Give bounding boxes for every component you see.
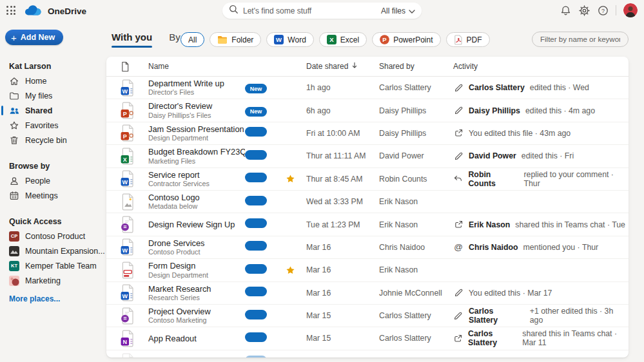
column-header-shared-by[interactable]: Shared by xyxy=(379,62,453,71)
user-avatar[interactable] xyxy=(623,3,638,17)
filter-pill-label: Excel xyxy=(340,35,359,44)
sidebar-item-favorites[interactable]: Favorites xyxy=(0,118,106,133)
sidebar-nav: Home My files Shared Favorites Recycle b… xyxy=(0,73,106,148)
table-row[interactable]: X Budget Breakdown FY23Q2 Marketing File… xyxy=(106,145,629,167)
table-row[interactable]: Form Design Design Department Mar 16 Eri… xyxy=(106,259,629,281)
word-file-icon: W xyxy=(121,170,148,187)
file-name: App Readout xyxy=(148,334,245,343)
table-row[interactable]: W Market Research Research Series Mar 16… xyxy=(106,282,629,305)
person-icon xyxy=(9,176,19,186)
new-badge: New xyxy=(245,84,267,93)
people-icon xyxy=(9,106,19,116)
filter-pill-icon: W xyxy=(274,35,284,44)
settings-gear-icon[interactable] xyxy=(578,5,590,16)
new-badge xyxy=(245,287,267,296)
word-file-icon: W xyxy=(121,284,148,301)
filter-pill-all[interactable]: All xyxy=(181,32,204,47)
table-row[interactable]: N App Readout Mar 15 Carlos Slattery Car… xyxy=(106,327,629,350)
file-name: Budget Breakdown FY23Q2 xyxy=(148,147,245,157)
svg-text:N: N xyxy=(123,339,128,345)
table-row[interactable]: Design Review Sign Up Tue at 1:23 PM Eri… xyxy=(106,213,629,236)
shared-by: Erik Nason xyxy=(379,220,453,229)
sidebar-item-meetings[interactable]: Meetings xyxy=(0,188,106,203)
sidebar-quick-access-contoso-product[interactable]: CP Contoso Product xyxy=(0,229,106,243)
add-new-button[interactable]: + Add New xyxy=(5,30,63,45)
search-scope-dropdown[interactable]: All files xyxy=(381,6,415,15)
onedrive-cloud-icon xyxy=(24,4,44,19)
sidebar-quick-access-kemper-table-team[interactable]: KT Kemper Table Team xyxy=(0,258,106,273)
shared-by: Daisy Phillips xyxy=(379,129,453,138)
badge-cell xyxy=(245,287,286,299)
file-name-cell: Market Research Research Series xyxy=(148,284,245,302)
column-header-date-shared[interactable]: Date shared xyxy=(306,62,379,71)
sidebar-item-recycle-bin[interactable]: Recycle bin xyxy=(0,133,106,148)
filter-pill-excel[interactable]: X Excel xyxy=(319,32,367,47)
onenote-file-icon: N xyxy=(121,330,148,347)
svg-text:X: X xyxy=(329,36,334,43)
filter-pill-pdf[interactable]: PDF xyxy=(446,32,490,47)
date-shared: 6h ago xyxy=(306,106,379,115)
file-name-cell: Service report Contractor Services xyxy=(148,170,245,188)
search-input[interactable] xyxy=(243,6,376,15)
table-row[interactable]: P Director's Review Daisy Phillips's Fil… xyxy=(106,99,629,122)
badge-cell xyxy=(245,356,286,357)
sort-descending-icon xyxy=(351,62,358,71)
tab-with-you[interactable]: With you xyxy=(112,32,152,48)
svg-text:W: W xyxy=(122,293,128,300)
table-row[interactable]: Contoso Logo Metadata below Wed at 3:33 … xyxy=(106,191,629,213)
browse-by-heading: Browse by xyxy=(9,162,106,171)
folder-icon xyxy=(9,91,19,101)
file-name: Project Overview xyxy=(148,307,245,316)
date-shared: Mar 15 xyxy=(306,311,379,320)
top-actions: ? xyxy=(560,3,638,17)
activity-actor: Carlos Slattery xyxy=(468,329,517,347)
table-row[interactable]: P Jam Session Presentation Design Depart… xyxy=(106,122,629,145)
sidebar-item-people[interactable]: People xyxy=(0,173,106,188)
sidebar-quick-access-mountain-expansion[interactable]: Mountain Expansion... xyxy=(0,243,106,258)
filter-pill-label: All xyxy=(188,35,197,44)
activity-text: mentioned you · Thur xyxy=(523,243,599,252)
column-header-name[interactable]: Name xyxy=(148,62,306,71)
column-header-activity[interactable]: Activity xyxy=(453,62,629,71)
new-badge xyxy=(245,356,267,357)
ppt-file-icon: P xyxy=(121,124,148,142)
activity: Carlos Slattery edited this · Wed xyxy=(453,83,629,93)
file-name-cell: Drone Services Contoso Product xyxy=(148,238,245,256)
sidebar-item-home[interactable]: Home xyxy=(0,73,106,88)
badge-cell xyxy=(245,218,286,231)
activity-actor: Robin Counts xyxy=(468,170,518,188)
onedrive-logo[interactable]: OneDrive xyxy=(24,4,86,19)
top-bar: OneDrive All files ? xyxy=(0,0,644,21)
sidebar-quick-access-marketing[interactable]: Marketing xyxy=(0,273,106,288)
file-location: Research Series xyxy=(148,294,245,302)
table-row[interactable]: Project Overview Contoso Marketing Mar 1… xyxy=(106,305,629,327)
filter-pill-icon xyxy=(454,35,463,45)
help-icon[interactable]: ? xyxy=(597,5,609,16)
file-icon-column-header xyxy=(121,61,148,72)
shared-by: Erik Nason xyxy=(379,265,453,274)
date-shared: Fri at 10:00 AM xyxy=(306,129,379,138)
filter-pill-word[interactable]: W Word xyxy=(266,32,313,47)
notifications-bell-icon[interactable] xyxy=(560,5,571,16)
app-launcher-icon[interactable] xyxy=(6,6,17,16)
filter-pill-powerpoint[interactable]: P PowerPoint xyxy=(372,32,440,47)
file-name: Director's Review xyxy=(148,101,245,111)
table-row[interactable]: W Your Team Subscription xyxy=(106,350,629,357)
svg-text:P: P xyxy=(382,36,387,43)
file-name: Department Write up xyxy=(148,79,245,88)
table-row[interactable]: W Department Write up Director's Files N… xyxy=(106,77,629,99)
edit-activity-icon xyxy=(453,311,463,321)
svg-text:?: ? xyxy=(601,7,604,14)
filter-pill-folder[interactable]: Folder xyxy=(210,32,261,47)
sidebar: + Add New Kat Larson Home My files Share… xyxy=(0,21,106,362)
more-places-link[interactable]: More places... xyxy=(9,294,60,303)
file-name: Drone Services xyxy=(148,238,245,248)
activity-text: shared this in Teams chat · Tue xyxy=(515,220,625,229)
sidebar-item-shared[interactable]: Shared xyxy=(0,103,106,118)
sidebar-item-my-files[interactable]: My files xyxy=(0,88,106,103)
table-row[interactable]: W Drone Services Contoso Product Mar 16 … xyxy=(106,236,629,259)
filter-by-name-input[interactable] xyxy=(532,32,629,47)
sidebar-item-label: Favorites xyxy=(25,121,58,130)
table-row[interactable]: W Service report Contractor Services Thu… xyxy=(106,168,629,191)
badge-cell xyxy=(245,264,286,276)
